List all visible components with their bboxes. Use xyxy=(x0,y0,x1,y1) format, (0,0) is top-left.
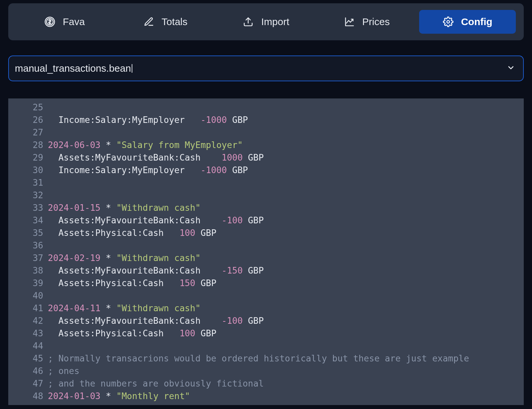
code-editor[interactable]: 2425262728293031323334353637383940414243… xyxy=(8,98,524,405)
nav-tab-import[interactable]: Import xyxy=(217,10,314,34)
line-number: 43 xyxy=(8,327,43,340)
line-number: 41 xyxy=(8,302,43,315)
code-line[interactable] xyxy=(48,176,520,189)
code-line[interactable]: ; ones xyxy=(48,365,520,377)
line-number: 27 xyxy=(8,126,43,139)
code-line[interactable]: Assets:MyFavouriteBank:Cash -100 GBP xyxy=(48,315,520,327)
code-line[interactable]: Assets:MyFavouriteBank:Cash 1000 GBP xyxy=(48,151,520,164)
code-line[interactable]: Income:Salary:MyEmployer -1000 GBP xyxy=(48,114,520,126)
code-line[interactable] xyxy=(48,126,520,139)
line-number: 36 xyxy=(8,239,43,252)
nav-tab-config[interactable]: Config xyxy=(419,10,516,34)
dollar-circle-icon xyxy=(44,16,55,27)
nav-tab-label: Totals xyxy=(162,16,187,27)
file-selector-value: manual_transactions.bean xyxy=(15,63,131,74)
code-line[interactable]: 2024-04-11 * "Withdrawn cash" xyxy=(48,302,520,315)
nav-tab-label: Import xyxy=(261,16,289,27)
code-line[interactable] xyxy=(48,340,520,352)
pencil-icon xyxy=(143,16,154,27)
code-line[interactable]: 2024-01-03 * "Monthly rent" xyxy=(48,390,520,402)
line-number: 46 xyxy=(8,365,43,377)
line-number: 45 xyxy=(8,352,43,365)
line-number: 33 xyxy=(8,202,43,214)
line-number: 38 xyxy=(8,264,43,277)
code-line[interactable]: ; and the numbers are obviously fictiona… xyxy=(48,377,520,390)
file-selector[interactable]: manual_transactions.bean xyxy=(8,56,524,81)
app-root: FavaTotalsImportPricesConfig manual_tran… xyxy=(0,0,532,405)
code-line[interactable]: Assets:MyFavouriteBank:Cash -150 GBP xyxy=(48,264,520,277)
chevron-down-icon xyxy=(507,63,515,73)
upload-icon xyxy=(243,16,254,27)
chart-line-icon xyxy=(344,16,355,27)
line-number: 40 xyxy=(8,289,43,302)
line-number: 34 xyxy=(8,214,43,227)
code-line[interactable]: Assets:Physical:Cash 100 GBP xyxy=(48,327,520,340)
nav-tab-fava[interactable]: Fava xyxy=(16,10,113,34)
line-number: 48 xyxy=(8,390,43,402)
line-number: 44 xyxy=(8,340,43,352)
code-line[interactable]: Assets:MyFavouriteBank:Cash -100 GBP xyxy=(48,214,520,227)
nav-tab-prices[interactable]: Prices xyxy=(318,10,415,34)
top-nav: FavaTotalsImportPricesConfig xyxy=(8,3,524,40)
code-content[interactable]: Income:Salary:MyEmployer -1000 GBP 2024-… xyxy=(48,98,524,405)
code-line[interactable]: 2024-01-15 * "Withdrawn cash" xyxy=(48,202,520,214)
code-line[interactable]: Income:Salary:MyEmployer -1000 GBP xyxy=(48,164,520,176)
line-number: 31 xyxy=(8,176,43,189)
line-number: 39 xyxy=(8,277,43,289)
line-number: 29 xyxy=(8,151,43,164)
line-number: 37 xyxy=(8,252,43,264)
code-line[interactable] xyxy=(48,189,520,202)
line-number: 24 xyxy=(8,98,43,101)
nav-tab-label: Prices xyxy=(362,16,390,27)
line-number: 30 xyxy=(8,164,43,176)
code-line[interactable]: 2024-06-03 * "Salary from MyEmployer" xyxy=(48,139,520,151)
line-number: 26 xyxy=(8,114,43,126)
code-line[interactable] xyxy=(48,289,520,302)
code-line[interactable]: ; Normally transacrions would be ordered… xyxy=(48,352,520,365)
gear-icon xyxy=(443,16,454,27)
code-line[interactable]: 2024-02-19 * "Withdrawn cash" xyxy=(48,252,520,264)
line-number-gutter: 2425262728293031323334353637383940414243… xyxy=(8,98,48,405)
line-number: 35 xyxy=(8,227,43,239)
line-number: 28 xyxy=(8,139,43,151)
code-line[interactable]: Assets:Physical:Cash 150 GBP xyxy=(48,277,520,289)
line-number: 42 xyxy=(8,315,43,327)
line-number: 32 xyxy=(8,189,43,202)
nav-tab-label: Fava xyxy=(63,16,85,27)
code-line[interactable]: Assets:MyFavouriteBank:Cash -500 GBP xyxy=(48,402,520,405)
code-line[interactable]: Assets:Physical:Cash 100 GBP xyxy=(48,227,520,239)
nav-tab-label: Config xyxy=(461,16,492,27)
svg-point-3 xyxy=(447,20,449,23)
line-number: 47 xyxy=(8,377,43,390)
line-number: 25 xyxy=(8,101,43,114)
nav-tab-totals[interactable]: Totals xyxy=(117,10,214,34)
code-line[interactable] xyxy=(48,239,520,252)
